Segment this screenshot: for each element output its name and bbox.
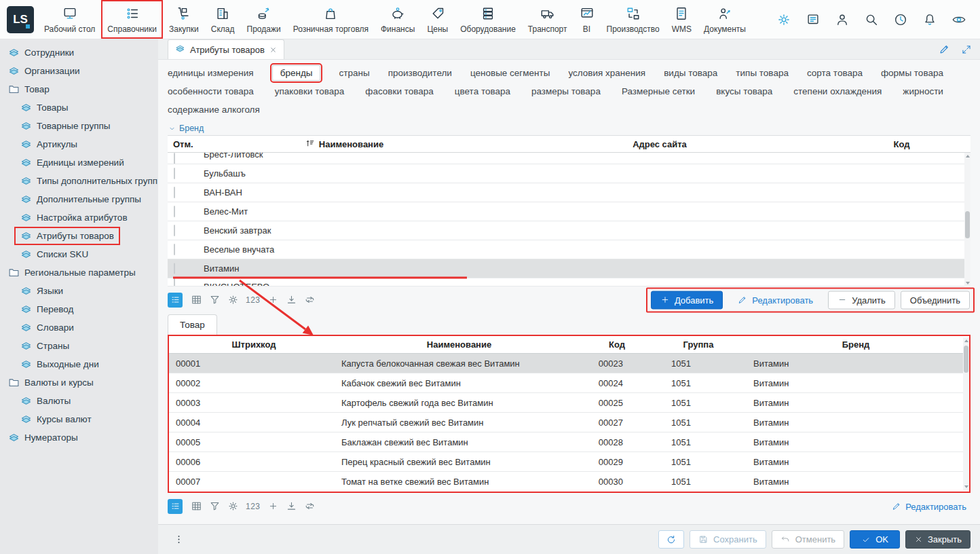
edit-link[interactable]: Редактировать [892, 501, 966, 511]
sidebar-item-attribute-settings[interactable]: Настройка атрибутов [0, 208, 158, 227]
attr-tab[interactable]: бренды [272, 65, 321, 81]
attr-tab[interactable]: упаковки товара [275, 84, 345, 99]
sidebar-item-currencies[interactable]: Валюты [0, 392, 158, 410]
column-website[interactable]: Адрес сайта [487, 139, 833, 149]
attr-tab[interactable]: Размерные сетки [622, 84, 695, 99]
row-checkbox[interactable] [174, 263, 175, 274]
scrollbar-thumb[interactable] [964, 346, 968, 373]
sidebar-item-product[interactable]: Товар [0, 80, 158, 98]
column-2[interactable]: Код [580, 339, 654, 350]
list-view-icon[interactable] [168, 293, 183, 308]
sidebar-item-holidays[interactable]: Выходные дни [0, 355, 158, 373]
cancel-button[interactable]: Отменить [772, 530, 844, 549]
sidebar-item-dictionaries[interactable]: Словари [0, 318, 158, 337]
attr-tab[interactable]: особенности товара [168, 84, 254, 99]
attr-tab[interactable]: виды товара [664, 65, 717, 81]
clock-icon[interactable] [893, 12, 908, 27]
numeric-view-toggle[interactable]: 123 [246, 502, 261, 511]
plus-icon[interactable] [264, 292, 282, 308]
attr-tab[interactable]: условия хранения [568, 65, 645, 81]
product-row[interactable]: 00003Картофель свежий года вес Витамин00… [169, 393, 969, 413]
topbar-item-catalogs[interactable]: Справочники [101, 0, 163, 39]
brand-row[interactable]: Брест-Литовск [168, 153, 970, 164]
attr-tab[interactable]: типы товара [736, 65, 789, 81]
merge-button[interactable]: Объединить [901, 291, 970, 309]
list-view-icon[interactable] [168, 499, 183, 514]
settings-gear-icon[interactable] [224, 498, 242, 515]
products-scrollbar[interactable] [963, 337, 969, 490]
sidebar-item-regional-params[interactable]: Региональные параметры [0, 263, 158, 282]
topbar-item-warehouse[interactable]: Склад [205, 0, 241, 39]
sidebar-item-currency-rates[interactable]: Курсы валют [0, 410, 158, 428]
download-icon[interactable] [282, 292, 301, 308]
column-mark[interactable]: Отм. [168, 139, 202, 149]
attr-tab[interactable]: страны [339, 65, 370, 81]
fullscreen-icon[interactable] [961, 44, 972, 55]
attr-tab[interactable]: цвета товара [455, 84, 510, 99]
sidebar-item-countries[interactable]: Страны [0, 337, 158, 355]
topbar-item-purchases[interactable]: Закупки [163, 0, 205, 39]
sidebar-item-translation[interactable]: Перевод [0, 300, 158, 318]
attr-tab[interactable]: ценовые сегменты [470, 65, 550, 81]
brand-row[interactable]: Витамин [168, 259, 970, 278]
reload-icon[interactable] [301, 292, 319, 308]
sidebar-item-additional-group-types[interactable]: Типы дополнительных групп [0, 172, 158, 190]
filter-icon[interactable] [206, 292, 224, 308]
notes-icon[interactable] [806, 12, 821, 27]
close-button[interactable]: Закрыть [905, 530, 970, 549]
tab-product-attributes[interactable]: Атрибуты товаров [168, 39, 284, 59]
column-name[interactable]: Наименование [202, 138, 487, 150]
filter-icon[interactable] [206, 498, 224, 515]
product-row[interactable]: 00006Перец красный свежий вес Витамин000… [169, 452, 969, 472]
eye-icon[interactable] [951, 12, 966, 27]
column-0[interactable]: Штрихкод [169, 339, 339, 350]
sidebar-item-product-attributes[interactable]: Атрибуты товаров [0, 227, 158, 245]
row-checkbox[interactable] [174, 206, 175, 217]
attr-tab[interactable]: степени охлаждения [793, 84, 882, 99]
brand-section-header[interactable]: Бренд [158, 122, 980, 135]
row-checkbox[interactable] [174, 244, 175, 255]
topbar-item-finance[interactable]: Финансы [375, 0, 421, 39]
topbar-item-equipment[interactable]: Оборудование [454, 0, 522, 39]
product-row[interactable]: 00005Баклажан свежий вес Витамин00028105… [169, 432, 969, 452]
row-checkbox[interactable] [174, 225, 175, 236]
row-checkbox[interactable] [174, 168, 175, 179]
numeric-view-toggle[interactable]: 123 [246, 295, 261, 305]
scrollbar-thumb[interactable] [965, 211, 970, 238]
sidebar-item-additional-groups[interactable]: Дополнительные группы [0, 190, 158, 208]
brand-row[interactable]: ВАН-ВАН [168, 183, 970, 202]
settings-gear-icon[interactable] [224, 292, 242, 308]
attr-tab[interactable]: формы товара [881, 65, 943, 81]
delete-button[interactable]: Удалить [828, 291, 895, 309]
topbar-item-bi[interactable]: BI [573, 0, 601, 39]
brand-row[interactable]: Бульбашъ [168, 164, 970, 183]
topbar-item-desktop[interactable]: Рабочий стол [38, 0, 101, 39]
topbar-item-production[interactable]: Производство [601, 0, 666, 39]
topbar-item-sales[interactable]: Продажи [241, 0, 287, 39]
more-options-icon[interactable] [173, 534, 185, 545]
download-icon[interactable] [282, 498, 301, 515]
save-button[interactable]: Сохранить [690, 530, 766, 549]
topbar-item-documents[interactable]: Документы [698, 0, 752, 39]
brand-row[interactable]: Венский завтрак [168, 221, 970, 240]
attr-tab[interactable]: фасовки товара [365, 84, 433, 99]
sidebar-item-organizations[interactable]: Организации [0, 62, 158, 80]
attr-tab[interactable]: производители [388, 65, 452, 81]
attr-tab[interactable]: жирности [903, 84, 943, 99]
table-view-icon[interactable] [187, 498, 206, 515]
sidebar-item-employees[interactable]: Сотрудники [0, 43, 158, 62]
plus-icon[interactable] [264, 498, 282, 515]
sidebar-item-product-groups[interactable]: Товарные группы [0, 117, 158, 135]
product-row[interactable]: 00002Кабачок свежий вес Витамин000241051… [169, 373, 969, 393]
column-4[interactable]: Бренд [742, 339, 969, 350]
edit-pencil-icon[interactable] [939, 43, 950, 55]
topbar-item-prices[interactable]: Цены [421, 0, 454, 39]
row-checkbox[interactable] [174, 278, 175, 287]
topbar-item-wms[interactable]: WMS [666, 0, 698, 39]
brand-row[interactable]: Веселые внучата [168, 240, 970, 259]
refresh-button[interactable] [658, 530, 684, 549]
attr-tab[interactable]: вкусы товара [716, 84, 772, 99]
sidebar-item-currencies-rates[interactable]: Валюты и курсы [0, 373, 158, 392]
topbar-item-retail[interactable]: Розничная торговля [287, 0, 375, 39]
add-button[interactable]: Добавить [651, 291, 723, 309]
